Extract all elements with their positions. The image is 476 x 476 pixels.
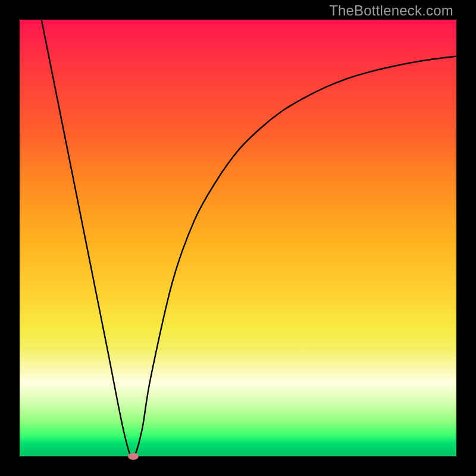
plot-area xyxy=(20,20,456,456)
minimum-marker xyxy=(128,453,139,460)
source-label: TheBottleneck.com xyxy=(329,2,453,19)
curve-svg xyxy=(20,20,456,456)
bottleneck-curve xyxy=(42,20,456,456)
chart-container: TheBottleneck.com xyxy=(0,0,476,476)
